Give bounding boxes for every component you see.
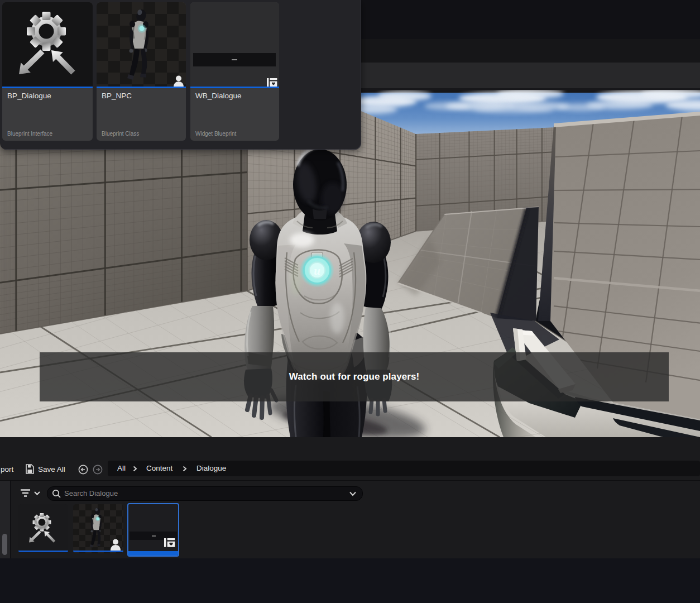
svg-text:u: u [314, 264, 320, 277]
